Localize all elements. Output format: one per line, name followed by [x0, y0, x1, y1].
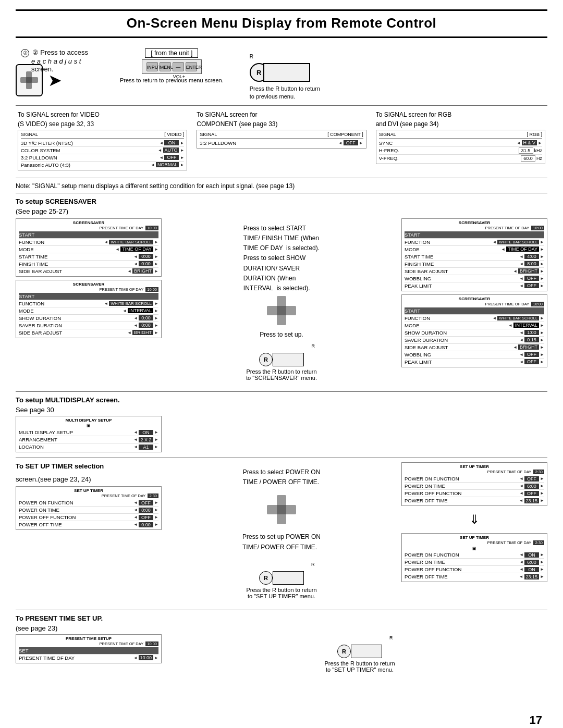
screensaver-section: SCREENSAVER PRESENT TIME OF DAY 10:00 ST… [16, 218, 547, 392]
multidisplay-osd-title: MULTI DISPLAY SETUP [19, 418, 158, 423]
tri-left-icon: ◄ [338, 141, 342, 145]
osd-row: PEAK LIMIT◄OFF► [405, 282, 544, 289]
tri-right-icon: ► [359, 141, 363, 145]
tri-right-icon: ► [154, 247, 158, 252]
signal-component-label2: COMPONENT (see page 33) [197, 120, 366, 128]
circle-2-icon: ② [21, 49, 29, 57]
osd-row: PEAK LIMIT◄OFF► [405, 359, 544, 365]
tri-right-icon: ► [154, 301, 158, 306]
enter-button[interactable]: ENTER [186, 62, 197, 71]
r-rect-small-present [351, 645, 382, 658]
tri-right-icon: ► [180, 141, 184, 145]
tri-left-icon: ◄ [517, 141, 521, 145]
timer-middle: Press to select POWER ONTIME / POWER OFF… [165, 462, 398, 604]
osd-row: Panasonic AUTO (4:3) ◄NORMAL► [21, 162, 184, 168]
osd-row: LOCATION◄A1► [19, 443, 158, 450]
signal-rgb-label1: To SIGNAL screen for RGB [376, 111, 545, 118]
tri-left-icon: ◄ [133, 254, 138, 259]
signal-component-osd: SIGNAL [ COMPONENT ] 3:2 PULLDOWN ◄OFF► [197, 130, 366, 149]
tri-left-icon: ◄ [104, 240, 108, 244]
osd-row: START [405, 231, 544, 239]
osd-row: FUNCTION◄WHITE BAR SCROLL► [19, 300, 158, 307]
screensaver-osd1: SCREENSAVER PRESENT TIME OF DAY 10:00 ST… [16, 218, 162, 277]
osd-row: POWER ON TIME◄6:00► [405, 483, 544, 490]
osd-source-video: [ VIDEO ] [164, 132, 184, 137]
screensaver-header1: To setup SCREENSAVER [16, 198, 96, 205]
osd-row: ARRANGEMENT◄2 X 2► [19, 436, 158, 443]
timer-press-return-label: Press the R button to returnto "SET UP T… [246, 587, 316, 599]
timer-section: To SET UP TIMER selection screen.(see pa… [16, 462, 547, 610]
r-rect-small [273, 353, 304, 366]
down-arrow-icon: ⇓ [401, 512, 547, 527]
multidisplay-osd-icon: ▣ [19, 423, 158, 428]
ss-press-return-label: Press the R button to returnto "SCREENSA… [246, 368, 317, 381]
multidisplay-label1: To setup MULTIDISPLAY screen. [16, 396, 162, 404]
osd-source-component: [ COMPONENT ] [327, 132, 363, 137]
tri-right-icon: ► [154, 240, 158, 244]
r-button-small[interactable]: R [259, 353, 273, 366]
dpad-timer [267, 495, 296, 524]
osd-title-component: SIGNAL [200, 132, 217, 137]
present-time-section: To PRESENT TIME SET UP. (see page 23) PR… [16, 614, 547, 678]
press-access-label: ② Press to access [32, 48, 88, 56]
menu-button[interactable]: MENU [160, 62, 171, 71]
r-btn-small-group-ss: R [259, 353, 304, 366]
osd-row: WOBBLING◄OFF► [405, 351, 544, 359]
signal-rgb-label2: and DVI (see page 34) [376, 120, 545, 128]
osd-row: START [19, 293, 158, 300]
ss-osd2-title: SCREENSAVER [19, 282, 158, 287]
timer-osd1-title: SET UP TIMER [19, 488, 158, 493]
r-button-small-present[interactable]: R [337, 645, 351, 658]
osd-row: POWER ON FUNCTION◄OFF► [405, 475, 544, 483]
instr-line7: INTERVAL is selected). [243, 283, 320, 293]
tri-right-icon: ► [154, 262, 158, 266]
osd-row: POWER OFF TIME◄23:15► [405, 573, 544, 580]
osd-row: POWER OFF FUNCTION◄ON► [405, 566, 544, 573]
multidisplay-section: To setup MULTIDISPLAY screen. See page 3… [16, 396, 547, 458]
osd-row: FUNCTION◄WHITE BAR SCROLL► [405, 315, 544, 322]
dpad-medium [267, 296, 296, 325]
osd-row: POWER ON TIME◄6:00► [405, 559, 544, 566]
press-return-label: Press the R button to returnto previous … [250, 85, 320, 101]
present-osd-title: PRESENT TIME SETUP [19, 636, 158, 641]
osd-row: SYNC ◄H & V► [379, 140, 542, 147]
input-button[interactable]: INPUT [146, 62, 158, 71]
r-btn-timer-area: R R Press the R button to returnto "SET … [246, 562, 316, 599]
ss-osd2-time: PRESENT TIME OF DAY 10:00 [19, 287, 158, 292]
instr-line1: Press to select START [243, 224, 320, 233]
r-label-present: R [389, 635, 393, 640]
screensaver-instructions: Press to select START TIME/ FINISH TIME … [243, 224, 320, 293]
present-middle: R R Press the R button to returnto "SET … [172, 614, 547, 673]
signal-col-component: To SIGNAL screen for COMPONENT (see page… [194, 109, 368, 172]
osd-row: SHOW DURATION◄0:00► [19, 315, 158, 322]
timer-left: To SET UP TIMER selection screen.(see pa… [16, 462, 162, 604]
timer-osd2-title: SET UP TIMER [405, 464, 544, 469]
tri-right-icon: ► [154, 269, 158, 274]
tri-left-icon: ◄ [127, 269, 131, 274]
vol-button[interactable]: —VOL+ [173, 62, 184, 71]
unit-panel-area: [ from the unit ] INPUT MENU —VOL+ ENTER… [120, 48, 224, 83]
osd-row: SIDE BAR ADJUST◄BRIGHT► [405, 268, 544, 275]
r-button-small-timer[interactable]: R [259, 571, 273, 585]
screensaver-header2: (See page 25-27) [16, 207, 96, 215]
timer-osd3-icon: ▣ [405, 546, 544, 551]
present-press-return-label: Press the R button to returnto "SET UP T… [324, 660, 395, 673]
multidisplay-label2: See page 30 [16, 406, 162, 414]
osd-row: 3D Y/C FILTER (NTSC) ◄ON► [21, 140, 184, 147]
present-left: To PRESENT TIME SET UP. (see page 23) PR… [16, 614, 162, 663]
tri-left-icon: ◄ [159, 155, 163, 160]
osd-row: MODE◄TIME OF DAY► [405, 246, 544, 253]
timer-osd2: SET UP TIMER PRESENT TIME OF DAY 2:30 PO… [401, 462, 547, 506]
tri-right-icon: ► [154, 316, 158, 320]
tri-left-icon: ◄ [133, 262, 138, 266]
arrow-right-icon: ➤ [48, 70, 62, 90]
screensaver-section-header: To setup SCREENSAVER (See page 25-27) [16, 198, 547, 215]
osd-title-bar-component: SIGNAL [ COMPONENT ] [200, 132, 363, 139]
osd-row: SHOW DURATION◄1:00► [405, 329, 544, 337]
r-btn-small-group-timer: R [259, 571, 304, 585]
r-button-area: R R Press the R button to returnto previ… [250, 54, 320, 101]
osd-row: FUNCTION◄WHITE BAR SCROLL► [19, 239, 158, 246]
signal-component-label1: To SIGNAL screen for [197, 111, 366, 118]
screensaver-left: SCREENSAVER PRESENT TIME OF DAY 10:00 ST… [16, 218, 162, 386]
instr-line6: DURATION (When [243, 274, 320, 283]
